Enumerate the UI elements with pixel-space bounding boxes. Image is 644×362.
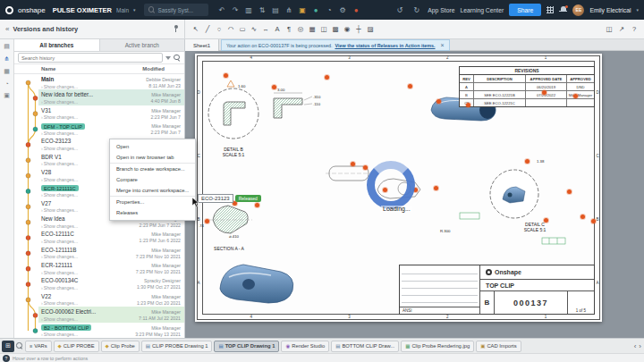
detail-icon[interactable]: ◉ [342,23,352,36]
versions-panel-icon[interactable]: ⋔ [4,55,10,63]
centerline-icon[interactable]: ┼ [353,23,364,36]
help-beacon-icon[interactable]: ? [3,355,10,362]
redo-icon[interactable]: ↷ [230,4,242,16]
app-switcher-icon[interactable] [547,6,554,13]
document-tab[interactable]: ▤BOTTOM CLIP Draw... [331,341,399,352]
user-name[interactable]: Emily Electrical [589,7,631,13]
document-tab[interactable]: ▦Clip Probe Rendering.jpg [401,341,474,352]
tool-search[interactable]: Sassify Syst... [144,4,208,16]
version-row[interactable]: V22Mike Manager›Show changes...1:23 PM O… [14,291,184,307]
table-icon[interactable]: ▦ [307,23,318,36]
history-icon[interactable]: ◔ [324,4,335,16]
close-icon[interactable]: × [441,42,445,48]
revisions-title: REVISIONS [460,67,594,75]
document-panel-icon[interactable]: ▤ [4,43,10,50]
version-row[interactable]: DFM - TOP CLIPMike Manager›Show changes.… [14,121,184,136]
user-menu-caret-icon[interactable]: ▾ [636,7,639,13]
app-store-link[interactable]: App Store [428,7,454,13]
tab-active-branch[interactable]: Active branch [100,39,185,51]
release-icon[interactable]: ● [310,4,322,16]
line-icon[interactable]: ╱ [202,23,213,36]
version-row[interactable]: ECO-000134CSpracky Designer›Show changes… [14,275,184,290]
hatch-icon[interactable]: ▨ [365,23,376,36]
alert-icon[interactable]: ● [351,4,362,16]
import-export-icon[interactable]: ⇅ [257,4,268,16]
zone-label: 3 [348,55,351,60]
share-button[interactable]: Share [509,4,541,16]
print-icon[interactable]: ▤ [270,4,282,16]
circle-icon[interactable]: ○ [214,23,225,36]
document-tab[interactable]: ▣CAD Imports [476,341,521,352]
appearance-panel-icon[interactable]: ▣ [4,92,10,99]
search-icon[interactable] [174,55,181,62]
view-icon[interactable]: ◫ [318,23,329,36]
scroll-tabs-left-icon[interactable]: ‹ [634,342,637,350]
document-tab[interactable]: ◆CLIP PROBE [54,341,99,352]
context-menu-item[interactable]: Properties... [110,196,195,207]
learning-center-link[interactable]: Learning Center [461,7,504,13]
settings-icon[interactable]: ⚙ [337,4,349,16]
tab-manager-icon[interactable]: ⊞ [2,341,14,352]
document-tab[interactable]: ≡VARs [25,341,52,352]
version-row[interactable]: B2 - BOTTOM CLIPMike Manager›Show change… [14,323,184,338]
loading-text: Loading... [381,206,412,212]
context-menu-item[interactable]: Open in new browser tab [110,152,195,163]
section-icon[interactable]: ▩ [330,23,341,36]
version-row[interactable]: MainDebbie Designer›Show changes...8:11 … [14,74,184,89]
context-menu-item[interactable]: Compare [110,174,195,185]
balloon-icon[interactable]: ◎ [295,23,306,36]
folder-icon[interactable]: ▣ [297,4,309,16]
version-row[interactable]: V31Mike Manager›Show changes...2:23 PM J… [14,105,184,121]
copy-icon[interactable]: ▥ [243,4,255,16]
dimension-icon[interactable]: ↔ [260,23,271,36]
context-menu-item[interactable]: Merge into current workspace... [110,185,195,196]
text-icon[interactable]: A [272,23,283,36]
version-row[interactable]: New idea for better...Mike Manager›Show … [14,89,184,105]
arc-icon[interactable]: ◠ [225,23,236,36]
branch-icon[interactable]: ⋔ [284,4,295,16]
filter-funnel-icon[interactable] [165,56,171,60]
document-tab[interactable]: ◆Clip Probe [101,341,140,352]
context-menu-item[interactable]: Releases [110,207,195,218]
balloon-marker [408,84,412,88]
pin-panel-icon[interactable] [173,25,179,33]
zoom-fit-icon[interactable]: ↗ [616,23,627,36]
workspace-caret-icon[interactable]: ▾ [133,7,136,13]
search-history-input[interactable] [18,53,163,63]
version-name: V22 [41,293,51,299]
select-icon[interactable]: ↖ [191,23,201,36]
sync-forward-icon[interactable]: ↻ [411,4,422,16]
balloon-marker [325,75,329,80]
sheet-tab[interactable]: Sheet1 [185,39,219,51]
document-tab[interactable]: ▤CLIP PROBE Drawing 1 [141,341,213,352]
version-author: Mike Manager [151,248,181,253]
notifications-bell-icon[interactable] [559,6,567,14]
version-date: 2:23 PM Jun 7 [151,114,181,120]
scroll-tabs-right-icon[interactable]: › [639,342,641,350]
user-avatar[interactable]: EE [572,4,584,16]
note-icon[interactable]: ¶ [284,23,294,36]
history-panel-icon[interactable]: ◔ [4,80,8,87]
notification-link[interactable]: View the status of Releases in Action it… [335,43,435,48]
collapse-panel-icon[interactable]: « [5,25,9,33]
version-row[interactable]: ECO-000062 Electri...Mike Manager›Show c… [14,307,184,322]
sync-back-icon[interactable]: ↺ [394,4,405,16]
version-row[interactable]: ECO-12111CMike Manager›Show changes...1:… [14,229,184,244]
search-tabs-icon[interactable] [16,342,23,349]
help-icon[interactable]: ? [629,23,640,36]
context-menu-item[interactable]: Branch to create workspace... [110,163,195,174]
version-row[interactable]: ECO-121111BMike Manager›Show changes...7… [14,245,184,260]
version-row[interactable]: ECR-121111Mike Manager›Show changes...7:… [14,260,184,275]
rectangle-icon[interactable]: ▭ [237,23,248,36]
spline-icon[interactable]: ∿ [249,23,259,36]
context-menu-item[interactable]: Open [110,141,195,152]
undo-icon[interactable]: ↶ [216,4,228,16]
panels-icon[interactable]: ◫ [604,23,614,36]
tab-all-branches[interactable]: All branches [14,39,100,51]
status-hint-text: Hover over a row to perform actions [13,356,88,361]
titleblock-company: Onshape [495,269,521,275]
version-name: New Idea [41,215,65,222]
parts-panel-icon[interactable]: ▦ [4,68,10,75]
document-tab[interactable]: ▤TOP CLIP Drawing 1 [214,341,279,352]
document-tab[interactable]: ◉Render Studio [281,341,329,352]
